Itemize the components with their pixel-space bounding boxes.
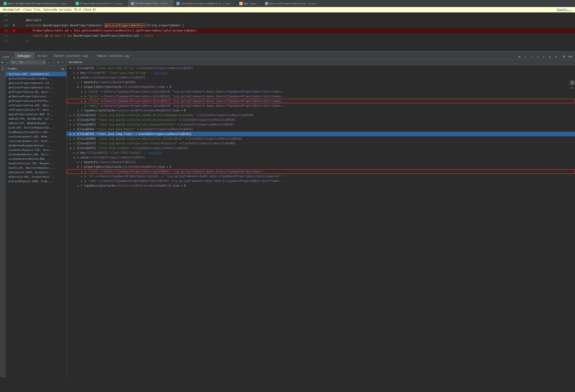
var-row-24[interactable]: ▶ ≡ "name" -> {GenericTypeAwarePropertyD… bbox=[67, 179, 575, 183]
download-link[interactable]: Downlo... bbox=[557, 8, 572, 11]
var-row-13[interactable]: ▶ ≡ {Class@544} "class java.lang.Module"… bbox=[67, 127, 575, 132]
expand-arrow-7[interactable]: ▶ bbox=[80, 99, 84, 103]
expand-arrow-25[interactable]: ▶ bbox=[76, 184, 80, 188]
btn-settings[interactable]: ≡≡ bbox=[568, 54, 573, 59]
var-row-8[interactable]: ≡ "empty" -> {GenericTypeAwarePropertyDe… bbox=[67, 103, 575, 108]
expand-arrow-24[interactable]: ▶ bbox=[80, 179, 84, 183]
tab-tomcat-catalina-close[interactable]: × bbox=[130, 54, 132, 57]
tab-property-accessor-utils[interactable]: C PropertyAccessorUtils.class × bbox=[73, 0, 127, 7]
frame-item-18[interactable]: invokeAndHandle:106, Serv... bbox=[6, 152, 67, 157]
frame-item-3[interactable]: getLocalPropertyHandler:63... bbox=[6, 85, 67, 90]
frame-item-13[interactable]: bindRequestParameters:158... bbox=[6, 130, 67, 134]
frame-item-24[interactable]: processRequest:1006, Fram... bbox=[6, 179, 67, 184]
frame-item-4[interactable]: getPropertyValue:60, Abstr... bbox=[6, 90, 67, 94]
expand-arrow-21[interactable]: ▼ bbox=[76, 165, 80, 169]
var-row-10[interactable]: ▶ ≡ {Class@3145} "class org.apache.catal… bbox=[67, 113, 575, 118]
var-row-3[interactable]: ▶ f beanInfo = {GenericBeanInfo@6500} bbox=[67, 80, 575, 85]
expand-arrow-17[interactable]: ▼ bbox=[69, 146, 72, 150]
expand-arrow-15[interactable]: ▶ bbox=[69, 137, 72, 141]
expand-arrow-12[interactable]: ▶ bbox=[69, 123, 72, 126]
var-row-19[interactable]: ▼ ≡ value = {CachedIntrospectionResults@… bbox=[67, 155, 575, 160]
var-row-17[interactable]: ▼ ≡ {Class@5072} "class POJO.Student" ->… bbox=[67, 146, 575, 150]
tab-tomcat-localhost-close[interactable]: × bbox=[89, 54, 91, 57]
btn-lines[interactable]: ≡ bbox=[517, 54, 522, 59]
expand-arrow-10[interactable]: ▶ bbox=[69, 113, 72, 117]
btn-frame-down[interactable]: ↓ bbox=[51, 60, 56, 65]
expand-arrow-9[interactable]: ▶ bbox=[76, 109, 80, 112]
tab-close-pau[interactable]: × bbox=[123, 2, 125, 5]
expand-arrow-19[interactable]: ▼ bbox=[72, 156, 76, 159]
tab-close-ap[interactable]: × bbox=[317, 2, 319, 5]
var-row-1[interactable]: ▶ ≡ key = {Class@579} "class java.lang.S… bbox=[67, 71, 575, 75]
frame-item-1[interactable]: getCachedIntrospectionRes... bbox=[6, 76, 67, 81]
var-row-2[interactable]: ▼ ≡ value = {CachedIntrospectionResults@… bbox=[67, 75, 575, 80]
btn-frame-add[interactable]: + bbox=[61, 60, 65, 65]
tab-close-ci[interactable]: × bbox=[232, 2, 234, 5]
thread-select[interactable]: "ht...Nl..." ▼ bbox=[10, 60, 46, 64]
expand-arrow-1[interactable]: ▶ bbox=[72, 71, 76, 75]
expand-arrow-22[interactable]: ▶ bbox=[80, 170, 84, 173]
var-row-22[interactable]: ▶ ≡ "class" -> {GenericTypeAwareProperty… bbox=[67, 169, 575, 174]
frame-item-8[interactable]: setPropertyValues:97, Abst... bbox=[6, 108, 67, 112]
frame-item-0[interactable]: forClass:167, CachedIntros... bbox=[6, 72, 67, 76]
var-row-18[interactable]: ▶ ≡ key = {Class@5072} "class POJO.Stude… bbox=[67, 150, 575, 155]
tab-bean-wrapper[interactable]: C BeanWrapperImpl.class × bbox=[128, 0, 174, 7]
btn-up2[interactable]: ↑ bbox=[541, 54, 547, 59]
frame-item-23[interactable]: doService:943, DispatcherS... bbox=[6, 175, 67, 179]
var-row-6[interactable]: ▶ ≡ "bytes" -> {GenericTypeAwareProperty… bbox=[67, 94, 575, 99]
tab-tomcat-localhost[interactable]: Tomcat Localhost Log × bbox=[50, 52, 94, 59]
var-row-21[interactable]: ▼ f propertyDescriptorCache = {LinkedHas… bbox=[67, 165, 575, 169]
frame-item-17[interactable]: invokeForRequest:134, Invo... bbox=[6, 148, 67, 152]
expand-arrow-0[interactable]: ▼ bbox=[69, 66, 72, 70]
var-row-16[interactable]: ▶ ≡ {Class@2727} "class org.apache.catal… bbox=[67, 141, 575, 146]
tab-abstract-property[interactable]: C AbstractPropertyAccessor.class × bbox=[262, 0, 322, 7]
expand-arrow-14[interactable]: ▶ bbox=[69, 132, 72, 136]
var-row-0[interactable]: ▼ ≡ {Class@579} "class java.lang.String"… bbox=[67, 66, 575, 71]
frame-item-12[interactable]: bind:107, ServletRequestDa... bbox=[6, 125, 67, 130]
expand-arrow-23[interactable]: ▶ bbox=[80, 174, 84, 178]
var-nav-18[interactable]: Navigate bbox=[149, 151, 162, 154]
tab-close-map[interactable]: × bbox=[258, 2, 259, 5]
frame-item-9[interactable]: applyPropertyValues:848, D... bbox=[6, 112, 67, 117]
frame-item-19[interactable]: invokeHandlerMethod:888, ... bbox=[6, 157, 67, 161]
var-row-23[interactable]: ▶ ≡ "id" -> {GenericTypeAwarePropertyDes… bbox=[67, 174, 575, 179]
btn-frame-up[interactable]: ↑ bbox=[47, 60, 51, 65]
var-row-12[interactable]: ▶ ≡ {Class@3067} "class org.apache.catal… bbox=[67, 122, 575, 127]
tab-close-bw[interactable]: × bbox=[169, 2, 171, 5]
expand-arrow-18[interactable]: ▶ bbox=[72, 151, 76, 155]
expand-arrow-2[interactable]: ▼ bbox=[72, 76, 76, 79]
expand-arrow-20[interactable]: ▶ bbox=[76, 160, 80, 164]
frame-item-16[interactable]: getMethodArgumentValues... bbox=[6, 143, 67, 148]
var-nav-1[interactable]: Navigate bbox=[154, 71, 167, 74]
tab-close-abstract[interactable]: × bbox=[69, 2, 70, 5]
var-row-5[interactable]: ▶ ≡ "blank" -> {GenericTypeAwareProperty… bbox=[67, 89, 575, 94]
var-row-14[interactable]: ▶ ≡ {Class@575} "class java.lang.Class" … bbox=[67, 132, 575, 136]
frame-item-10[interactable]: doBind:744, DataBinder (or... bbox=[6, 117, 67, 121]
expand-arrow-11[interactable]: ▶ bbox=[69, 118, 72, 122]
frame-item-6[interactable]: getPropertyAccessorForPro... bbox=[6, 99, 67, 103]
expand-arrow-3[interactable]: ▶ bbox=[76, 80, 80, 84]
tab-abstract-nestable[interactable]: C AbstractNestablePropertyAccessor.class… bbox=[1, 0, 72, 7]
frame-item-7[interactable]: setPropertyValue:256, Abst... bbox=[6, 103, 67, 108]
frame-item-2[interactable]: getLocalPropertyHandler:23... bbox=[6, 81, 67, 85]
tab-tomcat-catalina[interactable]: Tomcat Catalina Log × bbox=[94, 52, 135, 59]
btn-up1[interactable]: ↑ bbox=[523, 54, 528, 59]
btn-down1[interactable]: ↓ bbox=[529, 54, 534, 59]
var-row-9[interactable]: ▶ f typeDescriptorCache = {ConcurrentRef… bbox=[67, 108, 575, 113]
var-row-4[interactable]: ▼ f propertyDescriptorCache = {LinkedHas… bbox=[67, 85, 575, 89]
expand-arrow-16[interactable]: ▶ bbox=[69, 142, 72, 145]
frame-item-11[interactable]: doBind:197, WebDataBinde... bbox=[6, 121, 67, 125]
btn-copy-stack[interactable]: ⧉ bbox=[60, 67, 65, 71]
expand-arrow-5[interactable]: ▶ bbox=[80, 90, 84, 94]
tab-cached-introspection[interactable]: C CachedIntrospectionResults.class × bbox=[174, 0, 236, 7]
expand-arrow-6[interactable]: ▶ bbox=[80, 95, 84, 98]
tab-server[interactable]: Server bbox=[34, 52, 50, 59]
frame-item-15[interactable]: resolveArgument:121, Hand... bbox=[6, 139, 67, 143]
expand-arrow-4[interactable]: ▼ bbox=[76, 85, 80, 89]
var-row-25[interactable]: ▶ f typeDescriptorCache = {ConcurrentRef… bbox=[67, 183, 575, 188]
frame-item-22[interactable]: doDispatch:1040, Dispatch... bbox=[6, 170, 67, 175]
btn-restore[interactable]: ↺ bbox=[547, 54, 553, 59]
run-button[interactable]: ▶ bbox=[2, 59, 3, 65]
tab-map-java[interactable]: J Map.java × bbox=[237, 0, 262, 7]
frame-item-14[interactable]: resolveArgument:160, Mode... bbox=[6, 134, 67, 139]
